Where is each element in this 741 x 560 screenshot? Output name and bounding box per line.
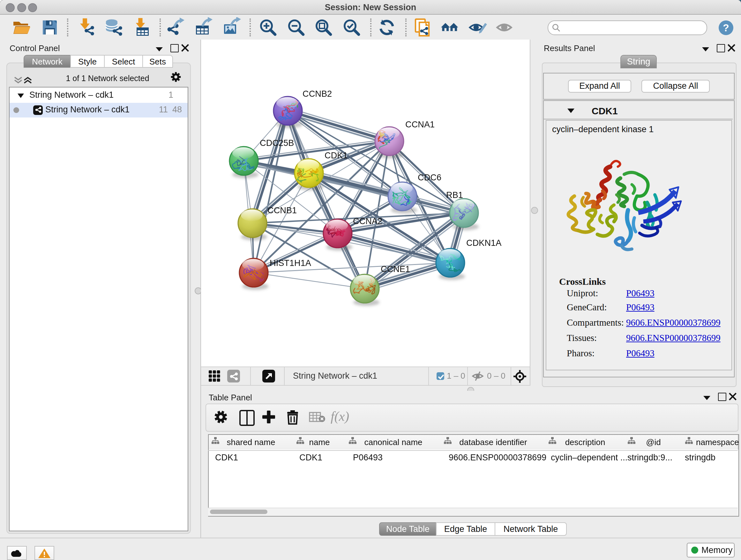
svg-text:CCNA2: CCNA2 — [353, 216, 382, 226]
svg-text:HIST1H1A: HIST1H1A — [270, 258, 312, 268]
svg-text:CCNB2: CCNB2 — [302, 89, 332, 99]
svg-text:CCNB1: CCNB1 — [267, 205, 297, 215]
svg-text:CDK1: CDK1 — [325, 150, 348, 160]
svg-text:CCNE1: CCNE1 — [381, 264, 410, 274]
svg-text:CDC6: CDC6 — [418, 172, 441, 182]
svg-text:CCNA1: CCNA1 — [405, 119, 434, 129]
svg-text:CDKN1A: CDKN1A — [466, 238, 502, 248]
svg-text:CDC25B: CDC25B — [260, 138, 294, 148]
svg-text:RB1: RB1 — [446, 190, 463, 200]
